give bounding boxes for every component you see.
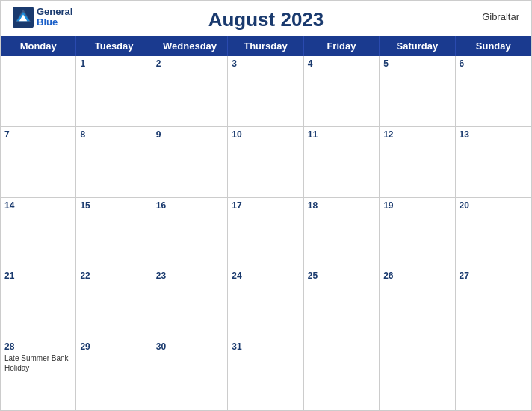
day-cell: 7 (1, 127, 76, 198)
header-sunday: Sunday (456, 36, 531, 56)
day-number: 22 (80, 271, 147, 281)
day-number: 16 (156, 200, 223, 211)
day-cell: 10 (228, 127, 303, 198)
country-label: Gibraltar (482, 11, 519, 22)
day-number: 28 (4, 342, 72, 352)
day-cell: 8 (76, 127, 152, 198)
day-number: 2 (156, 58, 223, 69)
day-cell: 26 (380, 268, 455, 339)
day-number: 27 (460, 271, 528, 281)
day-cell: 4 (304, 56, 380, 127)
day-cell (304, 339, 380, 410)
day-number: 7 (4, 129, 72, 140)
day-cell: 18 (304, 198, 380, 269)
calendar-grid: 1234567891011121314151617181920212223242… (1, 56, 531, 410)
day-cell: 15 (76, 198, 152, 269)
header-saturday: Saturday (380, 36, 455, 56)
day-cell: 29 (76, 339, 152, 410)
day-cell: 17 (228, 198, 303, 269)
day-cell: 22 (76, 268, 152, 339)
day-cell: 12 (380, 127, 455, 198)
day-cell: 25 (304, 268, 380, 339)
day-cell: 6 (456, 56, 531, 127)
logo-icon (13, 7, 34, 28)
day-number: 9 (156, 129, 223, 140)
day-cell (380, 339, 455, 410)
day-cell: 5 (380, 56, 455, 127)
day-cell: 31 (228, 339, 303, 410)
weekday-headers: Monday Tuesday Wednesday Thursday Friday… (1, 36, 531, 56)
day-cell: 24 (228, 268, 303, 339)
day-number: 10 (232, 129, 299, 140)
day-cell: 23 (152, 268, 228, 339)
day-number: 15 (80, 200, 147, 211)
header-friday: Friday (304, 36, 380, 56)
header-monday: Monday (1, 36, 76, 56)
day-number: 26 (383, 271, 451, 281)
header-wednesday: Wednesday (152, 36, 228, 56)
day-cell: 13 (456, 127, 531, 198)
day-cell: 28Late Summer Bank Holiday (1, 339, 76, 410)
day-cell: 14 (1, 198, 76, 269)
logo: General Blue (13, 7, 72, 28)
day-number: 19 (383, 200, 451, 211)
day-number: 6 (460, 58, 528, 69)
calendar-title: August 2023 (208, 8, 324, 31)
day-cell: 3 (228, 56, 303, 127)
day-number: 21 (4, 271, 72, 281)
day-number: 31 (232, 342, 299, 352)
day-number: 23 (156, 271, 223, 281)
day-number: 5 (383, 58, 451, 69)
day-number: 13 (460, 129, 528, 140)
calendar-header: General Blue August 2023 Gibraltar (1, 1, 531, 36)
day-number: 20 (460, 200, 528, 211)
day-cell: 19 (380, 198, 455, 269)
header-thursday: Thursday (228, 36, 303, 56)
header-tuesday: Tuesday (76, 36, 152, 56)
day-number: 29 (80, 342, 147, 352)
day-number: 3 (232, 58, 299, 69)
day-number: 14 (4, 200, 72, 211)
calendar-container: General Blue August 2023 Gibraltar Monda… (0, 0, 532, 411)
day-number: 4 (308, 58, 375, 69)
day-number: 25 (308, 271, 375, 281)
day-number: 17 (232, 200, 299, 211)
day-number: 1 (80, 58, 147, 69)
holiday-label: Late Summer Bank Holiday (4, 353, 72, 373)
day-cell: 1 (76, 56, 152, 127)
day-cell: 20 (456, 198, 531, 269)
day-number: 18 (308, 200, 375, 211)
day-number: 30 (156, 342, 223, 352)
logo-line2: Blue (37, 17, 72, 28)
day-cell: 27 (456, 268, 531, 339)
day-cell: 30 (152, 339, 228, 410)
day-number: 24 (232, 271, 299, 281)
logo-line1: General (37, 7, 72, 17)
logo-text: General Blue (37, 7, 72, 28)
day-cell: 11 (304, 127, 380, 198)
day-cell: 9 (152, 127, 228, 198)
day-number: 8 (80, 129, 147, 140)
day-number: 11 (308, 129, 375, 140)
day-cell: 2 (152, 56, 228, 127)
day-number: 12 (383, 129, 451, 140)
day-cell: 21 (1, 268, 76, 339)
day-cell (456, 339, 531, 410)
day-cell: 16 (152, 198, 228, 269)
day-cell (1, 56, 76, 127)
